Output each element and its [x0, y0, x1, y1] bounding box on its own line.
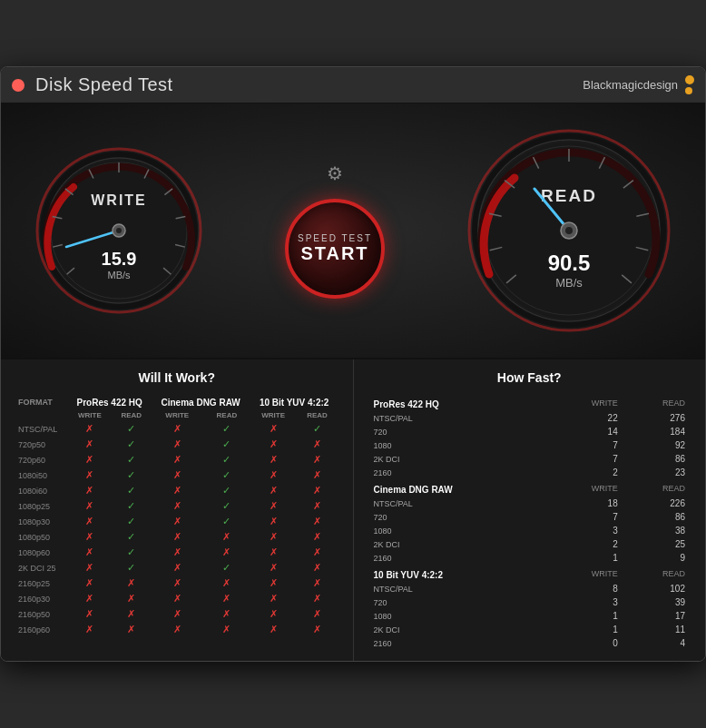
wit-cell: ✗ [152, 576, 203, 591]
table-row: 720p60✗✓✗✓✗✗ [15, 452, 338, 467]
table-row: 2160p60✗✗✗✗✗✗ [15, 622, 338, 637]
format-label: 720 [368, 425, 549, 438]
wit-cell: ✓ [112, 483, 152, 498]
wit-cell: ✗ [68, 498, 112, 514]
start-main-label: START [300, 243, 368, 264]
wit-cell: ✓ [112, 421, 152, 437]
read-gauge: READ 90.5 MB/s [460, 122, 678, 339]
wit-cell: ✗ [68, 560, 112, 576]
wit-cell: ✗ [250, 437, 297, 452]
format-label: 2160p30 [15, 591, 68, 606]
table-row: 720p50✗✓✗✓✗✗ [15, 437, 338, 452]
table-row: 2160 2 23 [368, 466, 691, 479]
yuv-write-header: WRITE [250, 409, 297, 421]
format-label: 2160 [368, 636, 549, 650]
brand-icon [685, 75, 694, 94]
table-row: 720 14 184 [368, 425, 691, 438]
format-label: 1080i60 [15, 483, 68, 498]
wit-cell: ✗ [68, 483, 112, 498]
wit-cell: ✗ [68, 576, 112, 591]
write-gauge-wrap: WRITE 15.9 MB/s [28, 140, 210, 321]
wit-cell: ✗ [250, 560, 297, 576]
wit-cell: ✗ [152, 606, 203, 622]
read-value: 11 [623, 623, 691, 636]
table-row: 2160 1 9 [368, 551, 691, 565]
write-value: 2 [549, 466, 623, 479]
wit-cell: ✓ [203, 514, 250, 529]
table-row: 720 7 86 [368, 510, 691, 524]
wit-cell: ✗ [112, 606, 152, 622]
write-value: 14 [549, 425, 623, 438]
wit-cell: ✗ [152, 622, 203, 637]
prores-header: ProRes 422 HQ [68, 394, 152, 409]
brand-area: Blackmagicdesign [583, 75, 694, 94]
format-label: NTSC/PAL [368, 582, 549, 595]
format-label: 720 [368, 510, 549, 524]
format-label: 720p50 [15, 437, 68, 452]
wit-cell: ✗ [152, 437, 203, 452]
table-row: 1080p50✗✓✗✗✗✗ [15, 529, 338, 545]
wit-cell: ✓ [112, 452, 152, 467]
will-it-work-header: Will It Work? [15, 370, 338, 385]
start-section: ⚙ SPEED TEST START [285, 162, 385, 299]
wit-cell: ✓ [203, 452, 250, 467]
wit-cell: ✗ [297, 576, 338, 591]
write-value: 0 [549, 636, 623, 650]
yuv-read-header: READ [297, 409, 338, 421]
wit-cell: ✗ [152, 452, 203, 467]
settings-icon[interactable]: ⚙ [327, 162, 343, 184]
read-value: 23 [623, 466, 691, 479]
brand-name: Blackmagicdesign [583, 78, 678, 92]
table-row: 1080i50✗✓✗✓✗✗ [15, 467, 338, 483]
table-row: 2160p30✗✗✗✗✗✗ [15, 591, 338, 606]
close-button[interactable] [12, 79, 25, 92]
wit-cell: ✗ [250, 467, 297, 483]
wit-cell: ✓ [112, 529, 152, 545]
wit-cell: ✗ [297, 560, 338, 576]
write-value: 18 [549, 497, 623, 510]
svg-text:MB/s: MB/s [107, 270, 131, 280]
list-item: 10 Bit YUV 4:2:2 WRITE READ [368, 565, 691, 582]
write-value: 7 [549, 452, 623, 466]
read-value: 39 [623, 595, 691, 609]
read-sub-header: READ [623, 565, 691, 582]
wit-cell: ✗ [68, 437, 112, 452]
wit-cell: ✗ [203, 529, 250, 545]
format-label: 2160p50 [15, 606, 68, 622]
how-fast-section: How Fast? ProRes 422 HQ WRITE READ NTSC/… [354, 359, 706, 661]
wit-cell: ✗ [250, 498, 297, 514]
format-label: 1080p60 [15, 545, 68, 560]
table-row: 1080 3 38 [368, 524, 691, 537]
format-label: 720p60 [15, 452, 68, 467]
wit-cell: ✗ [203, 545, 250, 560]
empty-col [15, 409, 68, 421]
format-label: 2160 [368, 466, 549, 479]
tables-section: Will It Work? FORMAT ProRes 422 HQ Cinem… [1, 359, 705, 661]
group-name: Cinema DNG RAW [368, 479, 549, 497]
list-item: Cinema DNG RAW WRITE READ [368, 479, 691, 497]
write-value: 1 [549, 609, 623, 623]
table-row: 2K DCI 7 86 [368, 452, 691, 466]
write-value: 22 [549, 411, 623, 425]
format-label: 2K DCI [368, 623, 549, 636]
wit-cell: ✗ [112, 622, 152, 637]
wit-cell: ✗ [250, 529, 297, 545]
wit-cell: ✗ [297, 467, 338, 483]
dng-read-header: READ [203, 409, 250, 421]
wit-cell: ✗ [250, 576, 297, 591]
format-label: NTSC/PAL [15, 421, 68, 437]
format-label: 720 [368, 595, 549, 609]
svg-text:15.9: 15.9 [102, 249, 137, 269]
table-row: 2K DCI 2 25 [368, 537, 691, 551]
wit-cell: ✗ [68, 622, 112, 637]
wit-cell: ✓ [203, 483, 250, 498]
format-label: 1080i50 [15, 467, 68, 483]
start-button[interactable]: SPEED TEST START [285, 199, 385, 299]
format-label: 2K DCI [368, 537, 549, 551]
format-label: 2160 [368, 551, 549, 565]
wit-cell: ✗ [297, 606, 338, 622]
list-item: ProRes 422 HQ WRITE READ [368, 394, 691, 411]
wit-cell: ✗ [250, 452, 297, 467]
wit-cell: ✗ [250, 514, 297, 529]
gauges-section: WRITE 15.9 MB/s ⚙ SPEED TEST START [1, 103, 705, 359]
